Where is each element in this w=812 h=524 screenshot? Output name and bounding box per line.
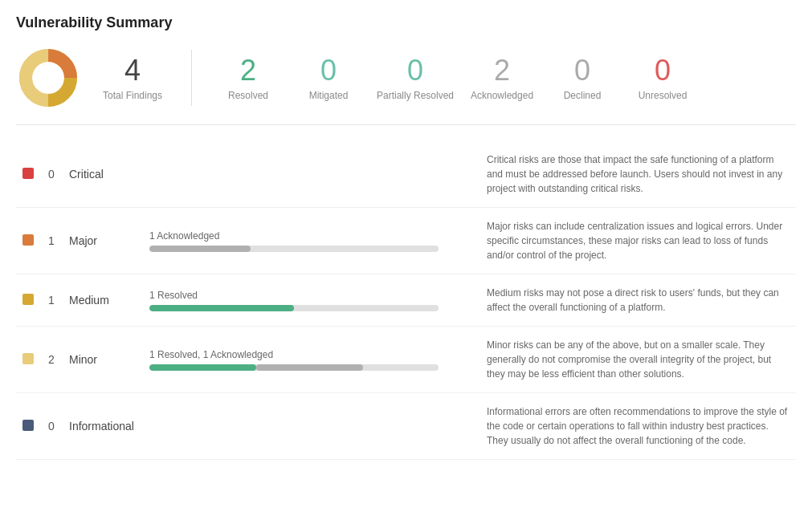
- bar-track-minor: [149, 364, 439, 371]
- sev-icon-major: [16, 208, 40, 274]
- severity-row-medium: 1 Medium 1 Resolved Medium risks may not…: [16, 274, 796, 327]
- summary-bar: 4 Total Findings 2 Resolved 0 Mitigated …: [16, 46, 796, 125]
- sev-bar-informational: [143, 393, 480, 460]
- sev-desc-critical: Critical risks are those that impact the…: [480, 141, 796, 208]
- resolved-number: 2: [216, 55, 280, 87]
- sev-count-minor: 2: [40, 327, 63, 393]
- sev-count-informational: 0: [40, 393, 63, 460]
- sev-count-medium: 1: [40, 274, 63, 327]
- bar-track-medium: [149, 305, 439, 311]
- bar-label-medium: 1 Resolved: [149, 290, 474, 301]
- sev-desc-informational: Informational errors are often recommend…: [480, 393, 796, 460]
- acknowledged-label: Acknowledged: [470, 90, 534, 101]
- sev-bar-medium: 1 Resolved: [143, 274, 480, 327]
- unresolved-number: 0: [630, 55, 695, 87]
- bar-label-major: 1 Acknowledged: [149, 230, 474, 242]
- sev-name-minor: Minor: [63, 327, 143, 393]
- sev-bar-critical: [143, 141, 480, 208]
- stat-resolved: 2 Resolved: [208, 55, 288, 101]
- sev-count-major: 1: [40, 208, 63, 274]
- mitigated-number: 0: [296, 55, 361, 87]
- total-block: 4 Total Findings: [96, 55, 169, 101]
- bar-track-major: [149, 246, 439, 252]
- severity-row-major: 1 Major 1 Acknowledged Major risks can i…: [16, 208, 796, 274]
- mitigated-label: Mitigated: [296, 90, 361, 101]
- total-number: 4: [96, 55, 169, 87]
- sev-icon-minor: [16, 327, 40, 393]
- sev-icon-medium: [16, 274, 40, 327]
- unresolved-label: Unresolved: [630, 90, 695, 101]
- total-label: Total Findings: [96, 90, 169, 101]
- declined-label: Declined: [550, 90, 614, 101]
- page-title: Vulnerability Summary: [16, 14, 796, 31]
- stat-acknowledged: 2 Acknowledged: [462, 55, 542, 101]
- sev-name-major: Major: [63, 208, 143, 274]
- sev-name-critical: Critical: [63, 141, 143, 208]
- stat-declined: 0 Declined: [542, 55, 622, 101]
- sev-name-informational: Informational: [63, 393, 143, 460]
- severity-row-minor: 2 Minor 1 Resolved, 1 Acknowledged Minor…: [16, 327, 796, 393]
- sev-desc-medium: Medium risks may not pose a direct risk …: [480, 274, 796, 327]
- donut-chart: [16, 46, 80, 110]
- stat-partially-resolved: 0 Partially Resolved: [369, 55, 462, 101]
- resolved-label: Resolved: [216, 90, 280, 101]
- declined-number: 0: [550, 55, 614, 87]
- bar-label-minor: 1 Resolved, 1 Acknowledged: [149, 349, 474, 360]
- summary-divider: [191, 50, 192, 106]
- sev-count-critical: 0: [40, 141, 63, 208]
- stats-row: 2 Resolved 0 Mitigated 0 Partially Resol…: [208, 55, 703, 101]
- severity-row-critical: 0 Critical Critical risks are those that…: [16, 141, 796, 208]
- sev-icon-informational: [16, 393, 40, 460]
- partially-resolved-number: 0: [377, 55, 454, 87]
- stat-unresolved: 0 Unresolved: [622, 55, 703, 101]
- svg-point-4: [34, 63, 63, 92]
- stat-mitigated: 0 Mitigated: [288, 55, 369, 101]
- severity-row-informational: 0 Informational Informational errors are…: [16, 393, 796, 460]
- partially-resolved-label: Partially Resolved: [377, 90, 454, 101]
- sev-icon-critical: [16, 141, 40, 208]
- sev-name-medium: Medium: [63, 274, 143, 327]
- sev-bar-major: 1 Acknowledged: [143, 208, 480, 274]
- sev-bar-minor: 1 Resolved, 1 Acknowledged: [143, 327, 480, 393]
- sev-desc-major: Major risks can include centralization i…: [480, 208, 796, 274]
- sev-desc-minor: Minor risks can be any of the above, but…: [480, 327, 796, 393]
- page-container: Vulnerability Summary 4 Total Findings: [0, 0, 812, 474]
- acknowledged-number: 2: [470, 55, 534, 87]
- severity-table: 0 Critical Critical risks are those that…: [16, 141, 796, 460]
